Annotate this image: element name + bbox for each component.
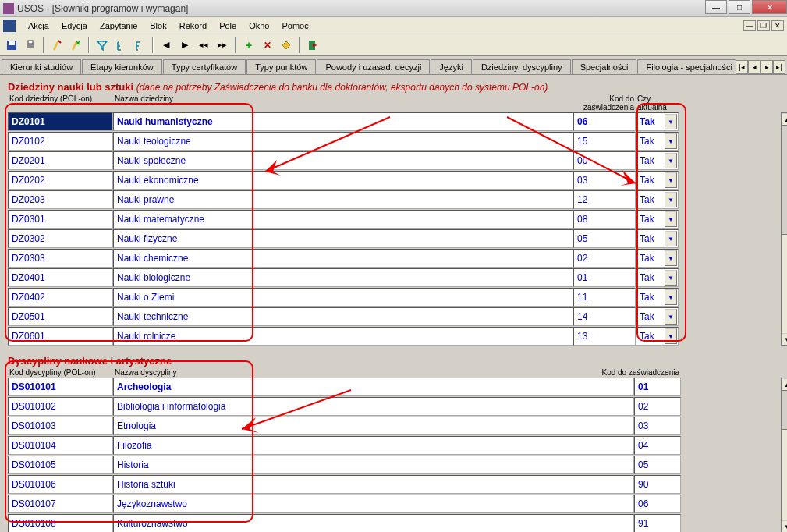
cell-nazwa[interactable]: Etnologia — [113, 417, 634, 435]
query-enter-icon[interactable] — [48, 37, 66, 54]
cell-zasw[interactable]: 04 — [634, 436, 681, 455]
cell-akt[interactable]: Tak▼ — [636, 190, 679, 209]
cell-kod[interactable]: DS010105 — [8, 456, 113, 474]
cell-zasw[interactable]: 03 — [573, 171, 636, 190]
next-block-icon[interactable]: ▸▸ — [214, 37, 231, 54]
menu-pomoc[interactable]: Pomoc — [275, 20, 314, 32]
table-row[interactable]: DZ0501Nauki techniczne14Tak▼ — [8, 307, 779, 326]
next-record-icon[interactable]: ▶ — [176, 37, 193, 54]
dropdown-icon[interactable]: ▼ — [665, 153, 677, 168]
cell-nazwa[interactable]: Nauki biologiczne — [113, 268, 573, 287]
tab-scroll-next[interactable]: ▸ — [760, 60, 773, 74]
dropdown-icon[interactable]: ▼ — [665, 328, 677, 344]
cell-kod[interactable]: DZ0501 — [8, 307, 113, 326]
table-row[interactable]: DS010103Etnologia03 — [8, 417, 779, 435]
query-execute-icon[interactable] — [67, 37, 84, 54]
cell-kod[interactable]: DS010107 — [8, 495, 113, 513]
tab-6[interactable]: Dziedziny, dyscypliny — [473, 59, 571, 74]
dropdown-icon[interactable]: ▼ — [665, 172, 677, 188]
scroll-down[interactable]: ▼ — [782, 333, 787, 346]
table-row[interactable]: DZ0203Nauki prawne12Tak▼ — [8, 190, 779, 209]
menu-pole[interactable]: Pole — [213, 20, 243, 32]
cell-kod[interactable]: DZ0102 — [8, 132, 113, 151]
tab-5[interactable]: Języki — [431, 59, 472, 74]
cell-kod[interactable]: DZ0203 — [8, 190, 113, 209]
cell-zasw[interactable]: 06 — [573, 112, 636, 131]
cell-akt[interactable]: Tak▼ — [636, 327, 679, 346]
maximize-button[interactable]: □ — [729, 0, 750, 14]
table-row[interactable]: DZ0601Nauki rolnicze13Tak▼ — [8, 327, 779, 346]
print-icon[interactable] — [22, 37, 39, 54]
first-record-icon[interactable]: ◀ — [158, 37, 175, 54]
menu-zapytanie[interactable]: Zapytanie — [94, 20, 144, 32]
scroll-track[interactable] — [782, 126, 787, 333]
dropdown-icon[interactable]: ▼ — [665, 309, 677, 325]
cell-nazwa[interactable]: Nauki techniczne — [113, 307, 573, 326]
cell-kod[interactable]: DZ0402 — [8, 288, 113, 307]
cell-zasw[interactable]: 01 — [573, 268, 636, 287]
cell-kod[interactable]: DS010108 — [8, 514, 113, 532]
scroll2-thumb[interactable] — [782, 391, 787, 430]
table-row[interactable]: DZ0201Nauki społeczne00Tak▼ — [8, 151, 779, 170]
cell-zasw[interactable]: 05 — [634, 456, 681, 474]
cell-zasw[interactable]: 01 — [634, 378, 681, 396]
scroll2-down[interactable]: ▼ — [782, 520, 787, 532]
cell-zasw[interactable]: 91 — [634, 514, 681, 532]
table-row[interactable]: DZ0202Nauki ekonomiczne03Tak▼ — [8, 171, 779, 190]
cell-nazwa[interactable]: Archeologia — [113, 378, 634, 396]
menu-edycja[interactable]: Edycja — [55, 20, 94, 32]
tab-scroll-prev[interactable]: ◂ — [748, 60, 760, 74]
dropdown-icon[interactable]: ▼ — [665, 231, 677, 246]
dropdown-icon[interactable]: ▼ — [665, 289, 677, 305]
table-row[interactable]: DZ0302Nauki fizyczne05Tak▼ — [8, 229, 779, 248]
cell-nazwa[interactable]: Nauki teologiczne — [113, 132, 573, 151]
tab-0[interactable]: Kierunki studiów — [2, 59, 81, 74]
cell-zasw[interactable]: 05 — [573, 229, 636, 248]
sort-desc-icon[interactable] — [131, 37, 148, 54]
dropdown-icon[interactable]: ▼ — [665, 133, 677, 149]
table-row[interactable]: DZ0301Nauki matematyczne08Tak▼ — [8, 210, 779, 229]
table-row[interactable]: DS010104Filozofia04 — [8, 436, 779, 455]
cell-zasw[interactable]: 03 — [634, 417, 681, 435]
cell-akt[interactable]: Tak▼ — [636, 229, 679, 248]
mdi-minimize[interactable]: — — [743, 20, 756, 31]
cell-zasw[interactable]: 13 — [573, 327, 636, 346]
cell-nazwa[interactable]: Historia sztuki — [113, 475, 634, 494]
cell-kod[interactable]: DZ0302 — [8, 229, 113, 248]
cell-akt[interactable]: Tak▼ — [636, 268, 679, 287]
cell-akt[interactable]: Tak▼ — [636, 288, 679, 307]
cell-nazwa[interactable]: Nauki fizyczne — [113, 229, 573, 248]
cell-kod[interactable]: DZ0301 — [8, 210, 113, 229]
cell-zasw[interactable]: 06 — [634, 495, 681, 513]
insert-record-icon[interactable]: + — [240, 37, 257, 54]
table-row[interactable]: DZ0102Nauki teologiczne15Tak▼ — [8, 132, 779, 151]
cell-nazwa[interactable]: Bibliologia i informatologia — [113, 397, 634, 416]
menu-akcja[interactable]: Akcja — [22, 20, 55, 32]
cell-nazwa[interactable]: Historia — [113, 456, 634, 474]
cell-zasw[interactable]: 12 — [573, 190, 636, 209]
menu-okno[interactable]: Okno — [243, 20, 275, 32]
scroll2-track[interactable] — [782, 391, 787, 520]
mdi-close[interactable]: ✕ — [771, 20, 784, 31]
cell-akt[interactable]: Tak▼ — [636, 132, 679, 151]
cell-nazwa[interactable]: Językoznawstwo — [113, 495, 634, 513]
cell-nazwa[interactable]: Nauki społeczne — [113, 151, 573, 170]
cell-kod[interactable]: DZ0202 — [8, 171, 113, 190]
cell-nazwa[interactable]: Nauki o Ziemi — [113, 288, 573, 307]
sort-asc-icon[interactable] — [112, 37, 129, 54]
scroll2-up[interactable]: ▲ — [782, 378, 787, 391]
minimize-button[interactable]: — — [705, 0, 727, 14]
table-row[interactable]: DZ0303Nauki chemiczne02Tak▼ — [8, 249, 779, 268]
clear-record-icon[interactable] — [278, 37, 295, 54]
cell-nazwa[interactable]: Nauki humanistyczne — [113, 112, 573, 131]
mdi-restore[interactable]: ❐ — [757, 20, 770, 31]
save-icon[interactable] — [3, 37, 20, 54]
dropdown-icon[interactable]: ▼ — [665, 270, 677, 286]
tab-3[interactable]: Typy punktów — [246, 59, 316, 74]
cell-kod[interactable]: DZ0201 — [8, 151, 113, 170]
cell-zasw[interactable]: 90 — [634, 475, 681, 494]
table-row[interactable]: DS010102Bibliologia i informatologia02 — [8, 397, 779, 416]
cell-zasw[interactable]: 08 — [573, 210, 636, 229]
cell-nazwa[interactable]: Nauki ekonomiczne — [113, 171, 573, 190]
exit-icon[interactable] — [304, 37, 321, 54]
